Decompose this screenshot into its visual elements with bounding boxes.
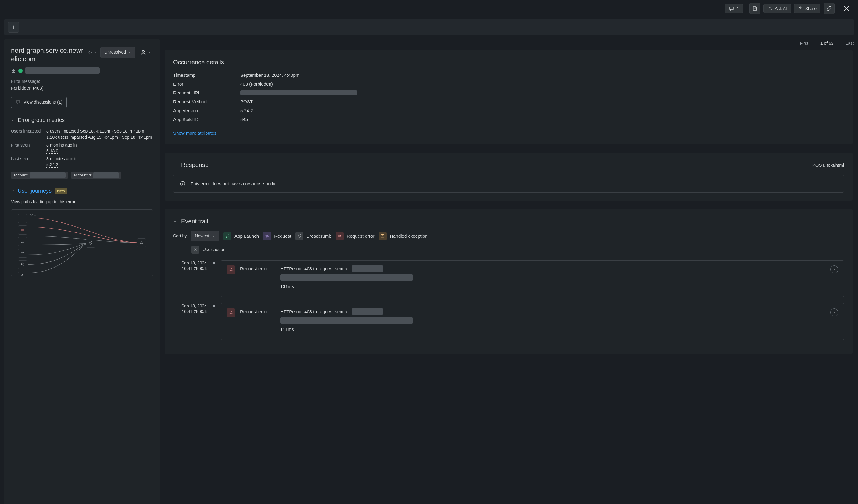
show-more-attributes[interactable]: Show more attributes [173, 130, 217, 136]
tag-accountid-value: 1234567890 [93, 173, 118, 178]
chevron-down-icon [94, 51, 97, 54]
expand-button[interactable] [830, 308, 838, 316]
detail-value: POST [240, 98, 253, 105]
swap-icon [226, 308, 235, 317]
detail-value: 5.24.2 [240, 107, 253, 114]
filter-request-error[interactable]: Request error [336, 232, 375, 240]
diamond-icon [88, 50, 92, 54]
sparkle-icon [767, 6, 772, 11]
comment-count: 1 [737, 6, 739, 11]
tag-account[interactable]: account: Mobile Apps Team [11, 172, 68, 179]
journeys-graph[interactable]: ne... [11, 209, 153, 276]
comment-icon [729, 6, 734, 11]
tags-row: account: Mobile Apps Team accountId: 123… [11, 172, 153, 179]
detail-key: Request Method [173, 98, 240, 105]
journeys-title[interactable]: User journeys [18, 187, 51, 195]
trail-time-masked: 16:41:28.842 [352, 308, 383, 315]
view-discussions-label: View discussions (1) [23, 99, 62, 105]
trail-message: HTTPerror: 403 to request sent at [280, 265, 349, 272]
detail-key: Timestamp [173, 72, 240, 78]
node-breadcrumb [86, 239, 95, 248]
entity-row[interactable]: New Relic for Android - Production [11, 67, 153, 74]
event-trail-header[interactable]: Event trail [173, 217, 844, 226]
user-icon [140, 49, 146, 55]
filter-user-action[interactable]: User action [191, 246, 226, 254]
expand-button[interactable] [830, 265, 838, 273]
status-select[interactable]: Unresolved [100, 47, 136, 58]
detail-value: 403 (Forbidden) [240, 81, 273, 87]
divider [838, 5, 838, 12]
response-empty-banner: This error does not have a response body… [173, 175, 844, 193]
chevron-down-icon [211, 234, 215, 238]
metrics-section-header[interactable]: Error group metrics [11, 116, 153, 124]
users-impacted-1: 8 users impacted Sep 18, 4:11pm - Sep 18… [46, 128, 153, 134]
trail-connector [212, 260, 215, 297]
swap-icon [226, 265, 235, 274]
info-icon [179, 181, 186, 187]
last-seen-label: Last seen [11, 156, 42, 168]
filter-breadcrumb[interactable]: Breadcrumb [296, 232, 331, 240]
close-button[interactable] [841, 3, 852, 14]
filter-label: App Launch [235, 233, 259, 239]
node-request [18, 237, 27, 246]
tag-account-value: Mobile Apps Team [30, 173, 66, 178]
trail-event: Sep 18, 202416:41:28.953 Request error: … [173, 303, 844, 340]
journeys-subtitle: View paths leading up to this error [11, 199, 153, 205]
trail-card[interactable]: Request error: HTTPerror: 403 to request… [221, 303, 844, 340]
users-impacted-label: Users impacted [11, 128, 42, 140]
response-header[interactable]: Response [173, 161, 209, 169]
view-discussions-button[interactable]: View discussions (1) [11, 97, 67, 108]
chevron-down-icon [173, 220, 177, 223]
link-icon [826, 6, 832, 11]
journeys-paths [11, 210, 153, 276]
assignee-select[interactable] [139, 49, 153, 55]
node-request [18, 249, 27, 258]
filter-label: Breadcrumb [306, 233, 331, 239]
close-icon [843, 5, 850, 12]
swap-icon [263, 232, 271, 240]
add-button[interactable] [8, 22, 19, 33]
notes-button[interactable] [749, 3, 760, 14]
filter-label: Request error [347, 233, 375, 239]
trail-label: Request error: [240, 308, 277, 315]
priority-dropdown[interactable] [88, 50, 97, 54]
filter-request[interactable]: Request [263, 232, 291, 240]
first-seen-time: 8 months ago in [46, 143, 77, 147]
sort-select[interactable]: Newest [191, 231, 219, 241]
masked-value: https://nerd-graph.service.newrelic.com/… [240, 90, 358, 95]
node-request [18, 226, 27, 234]
node-request [18, 214, 27, 223]
journeys-section-header[interactable]: User journeys New [11, 187, 153, 195]
filter-handled-exception[interactable]: Handled exception [379, 232, 428, 240]
occurrence-details-title: Occurrence details [173, 58, 844, 66]
swap-icon [336, 232, 344, 240]
filter-label: Handled exception [390, 233, 428, 239]
chevron-down-icon [128, 51, 131, 54]
detail-key: App Version [173, 107, 240, 114]
detail-key: App Build ID [173, 116, 240, 123]
node-breadcrumb [18, 272, 27, 276]
warning-square-icon [379, 232, 387, 240]
chevron-down-icon [147, 51, 151, 54]
comments-button[interactable]: 1 [725, 4, 743, 13]
ask-ai-button[interactable]: Ask AI [763, 4, 791, 13]
grid-icon [11, 68, 16, 73]
copy-link-button[interactable] [824, 3, 835, 14]
occurrence-details-card: Occurrence details TimestampSeptember 18… [165, 50, 853, 144]
share-button[interactable]: Share [794, 4, 821, 13]
detail-row: Request URLhttps://nerd-graph.service.ne… [173, 90, 844, 96]
journey-start-nodes [18, 214, 27, 276]
trail-timestamp: Sep 18, 202416:41:28.953 [173, 260, 207, 272]
first-seen-version[interactable]: 5.13.0 [46, 148, 58, 153]
last-seen-version[interactable]: 5.24.2 [46, 162, 58, 167]
users-impacted-2: 1.20k users impacted Aug 19, 4:41pm - Se… [46, 134, 153, 141]
trail-connector [212, 303, 215, 340]
tag-accountid[interactable]: accountId: 1234567890 [71, 172, 121, 179]
journey-tiny-label: ne... [30, 213, 36, 217]
details-pane: Occurrence details TimestampSeptember 18… [165, 39, 854, 504]
trail-message: HTTPerror: 403 to request sent at [280, 308, 349, 315]
detail-value: 845 [240, 116, 248, 123]
trail-card[interactable]: Request error: HTTPerror: 403 to request… [221, 260, 844, 297]
tag-accountid-key: accountId: [74, 173, 92, 178]
filter-app-launch[interactable]: App Launch [223, 232, 259, 240]
